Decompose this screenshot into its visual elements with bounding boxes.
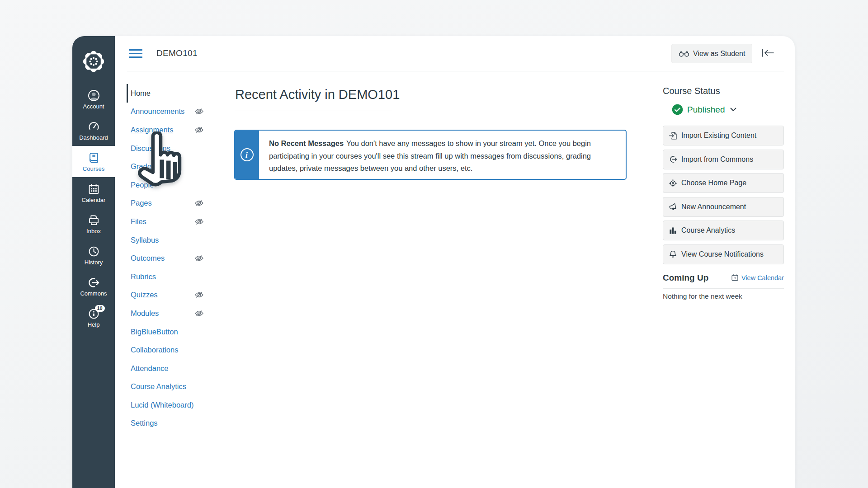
course-nav-people[interactable]: People (127, 176, 209, 194)
global-nav-account[interactable]: Account (72, 84, 115, 115)
course-nav-assignments[interactable]: Assignments (127, 121, 209, 139)
status-badge: Published (687, 105, 725, 115)
course-status-heading: Course Status (663, 86, 784, 96)
course-nav-settings[interactable]: Settings (127, 414, 209, 433)
course-nav-files[interactable]: Files (127, 212, 209, 231)
course-nav-attendance[interactable]: Attendance (127, 359, 209, 378)
inbox-icon (88, 214, 100, 226)
course-nav-rubrics[interactable]: Rubrics (127, 267, 209, 286)
course-actions: Import Existing Content Import from Comm… (663, 126, 784, 264)
global-nav-label: History (85, 259, 103, 265)
global-nav-list: Account Dashboard Courses Calendar Inbox… (72, 84, 115, 333)
global-nav-label: Calendar (82, 197, 106, 203)
course-nav-outcomes[interactable]: Outcomes (127, 249, 209, 267)
course-nav-discussions[interactable]: Discussions (127, 139, 209, 158)
canvas-logo-icon[interactable] (80, 48, 107, 75)
hidden-eye-icon (194, 218, 204, 225)
hamburger-menu-icon[interactable] (129, 49, 142, 60)
avatar-icon (88, 89, 100, 102)
header-divider (127, 71, 784, 71)
collapse-panel-icon[interactable] (761, 48, 775, 58)
global-nav-label: Inbox (86, 228, 101, 234)
view-calendar-link[interactable]: 3 View Calendar (731, 274, 784, 282)
gauge-icon (88, 121, 100, 133)
course-code-title: DEMO101 (156, 48, 198, 58)
course-nav-announcements[interactable]: Announcements (127, 103, 209, 121)
info-icon: i (241, 148, 254, 161)
import-from-commons-button[interactable]: Import from Commons (663, 150, 784, 169)
published-status[interactable]: Published (672, 104, 784, 115)
hidden-eye-icon (194, 310, 204, 317)
megaphone-icon (669, 202, 677, 211)
view-as-student-button[interactable]: View as Student (671, 44, 752, 63)
global-nav-history[interactable]: History (72, 239, 115, 271)
course-nav-collaborations[interactable]: Collaborations (127, 341, 209, 359)
global-nav-courses[interactable]: Courses (72, 146, 115, 177)
import-existing-content-button[interactable]: Import Existing Content (663, 126, 784, 145)
divider (663, 288, 784, 289)
global-nav-calendar[interactable]: Calendar (72, 177, 115, 208)
new-announcement-button[interactable]: New Announcement (663, 197, 784, 217)
course-home-sidebar: Course Status Published Import Existing … (663, 86, 784, 300)
coming-up-empty-text: Nothing for the next week (663, 292, 784, 300)
global-nav-label: Dashboard (79, 135, 108, 141)
global-nav-label: Courses (83, 166, 104, 172)
course-nav-course-analytics[interactable]: Course Analytics (127, 378, 209, 396)
hidden-eye-icon (194, 127, 204, 133)
share-arrow-icon (88, 277, 100, 289)
calendar-icon (88, 183, 100, 195)
heading-rule (235, 111, 392, 111)
hidden-eye-icon (194, 291, 204, 298)
alert-stripe: i (235, 131, 259, 179)
course-nav-lucid-whiteboard[interactable]: Lucid (Whiteboard) (127, 396, 209, 414)
course-nav-syllabus[interactable]: Syllabus (127, 231, 209, 249)
svg-text:3: 3 (734, 276, 736, 280)
bell-icon (669, 250, 677, 258)
choose-home-page-button[interactable]: Choose Home Page (663, 173, 784, 193)
course-nav-pages[interactable]: Pages (127, 194, 209, 213)
course-nav-quizzes[interactable]: Quizzes (127, 286, 209, 305)
calendar-3-icon: 3 (731, 274, 739, 282)
clock-icon (88, 245, 100, 258)
global-nav-help[interactable]: 10 Help (72, 302, 115, 333)
commons-import-icon (669, 155, 677, 164)
alert-title: No Recent Messages (269, 139, 344, 147)
course-nav-bigbluebutton[interactable]: BigBlueButton (127, 323, 209, 341)
target-icon (669, 179, 677, 188)
hidden-eye-icon (194, 200, 204, 206)
coming-up-heading: Coming Up (663, 273, 708, 283)
bar-chart-icon (669, 226, 677, 235)
alert-message: No Recent MessagesYou don't have any mes… (259, 131, 626, 179)
course-nav-grades[interactable]: Grades (127, 157, 209, 176)
book-icon (88, 152, 100, 164)
import-document-icon (669, 131, 677, 140)
canvas-app-window: Account Dashboard Courses Calendar Inbox… (72, 36, 795, 488)
chevron-down-icon (730, 108, 736, 112)
page-title: Recent Activity in DEMO101 (235, 87, 400, 102)
course-nav-home[interactable]: Home (127, 84, 209, 103)
help-count-badge: 10 (95, 305, 105, 312)
glasses-icon (679, 51, 689, 57)
hidden-eye-icon (194, 255, 204, 262)
global-nav-dashboard[interactable]: Dashboard (72, 115, 115, 146)
global-nav-label: Account (83, 103, 104, 109)
course-nav-modules[interactable]: Modules (127, 304, 209, 323)
course-analytics-button[interactable]: Course Analytics (663, 221, 784, 240)
global-nav-commons[interactable]: Commons (72, 271, 115, 302)
check-circle-icon (672, 104, 683, 115)
hidden-eye-icon (194, 108, 204, 115)
global-nav-inbox[interactable]: Inbox (72, 208, 115, 239)
view-course-notifications-button[interactable]: View Course Notifications (663, 244, 784, 264)
coming-up-header: Coming Up 3 View Calendar (663, 273, 784, 283)
course-nav: Home Announcements Assignments Discussio… (127, 84, 209, 432)
global-nav-label: Help (88, 322, 100, 328)
global-nav-label: Commons (80, 291, 107, 296)
global-nav: Account Dashboard Courses Calendar Inbox… (72, 36, 115, 488)
no-recent-messages-alert: i No Recent MessagesYou don't have any m… (234, 130, 627, 180)
